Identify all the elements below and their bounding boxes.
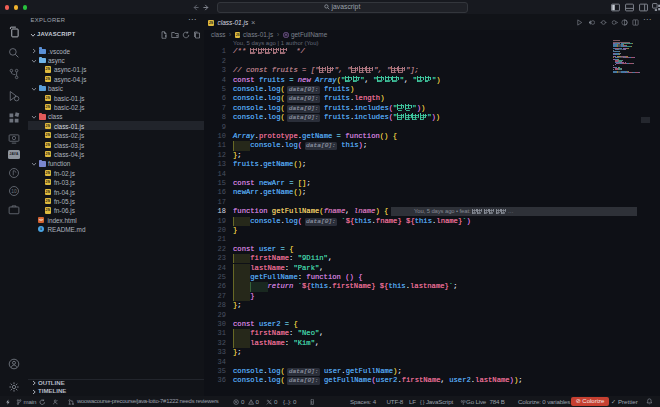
svg-text:10: 10 (11, 189, 17, 194)
